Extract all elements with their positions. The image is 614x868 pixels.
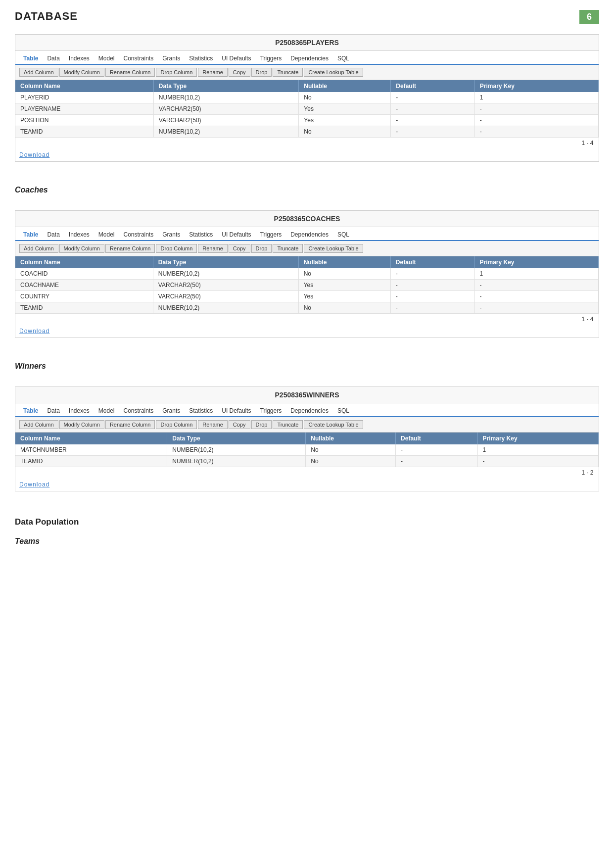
coaches-download-link[interactable]: Download <box>19 328 49 335</box>
table-row: COACHNAME VARCHAR2(50) Yes - - <box>15 280 599 291</box>
tab-constraints-players[interactable]: Constraints <box>120 53 158 65</box>
add-column-btn-players[interactable]: Add Column <box>19 68 58 77</box>
tab-data-winners[interactable]: Data <box>43 405 63 417</box>
create-lookup-btn-winners[interactable]: Create Lookup Table <box>304 420 363 429</box>
rename-btn-coaches[interactable]: Rename <box>198 244 228 253</box>
col-header-pk-players: Primary Key <box>474 80 598 92</box>
tab-model-players[interactable]: Model <box>94 53 119 65</box>
drop-column-btn-winners[interactable]: Drop Column <box>156 420 197 429</box>
winners-table-title: P2508365WINNERS <box>15 387 599 403</box>
winners-pagination: 1 - 2 <box>15 467 599 479</box>
add-column-btn-winners[interactable]: Add Column <box>19 420 58 429</box>
tab-grants-players[interactable]: Grants <box>158 53 184 65</box>
cell-name: MATCHNUMBER <box>15 444 167 456</box>
drop-btn-players[interactable]: Drop <box>251 68 272 77</box>
col-header-default-coaches: Default <box>390 256 474 268</box>
players-action-bar: Add Column Modify Column Rename Column D… <box>15 65 599 80</box>
drop-column-btn-players[interactable]: Drop Column <box>156 68 197 77</box>
drop-column-btn-coaches[interactable]: Drop Column <box>156 244 197 253</box>
tab-table-players[interactable]: Table <box>19 53 42 65</box>
rename-column-btn-winners[interactable]: Rename Column <box>105 420 155 429</box>
cell-nullable: Yes <box>299 115 391 126</box>
players-tab-bar: Table Data Indexes Model Constraints Gra… <box>15 51 599 65</box>
tab-constraints-winners[interactable]: Constraints <box>120 405 158 417</box>
modify-column-btn-players[interactable]: Modify Column <box>59 68 104 77</box>
tab-dependencies-players[interactable]: Dependencies <box>286 53 332 65</box>
cell-type: NUMBER(10,2) <box>153 302 298 314</box>
coaches-section: Coaches P2508365COACHES Table Data Index… <box>15 186 599 338</box>
drop-btn-coaches[interactable]: Drop <box>251 244 272 253</box>
tab-indexes-winners[interactable]: Indexes <box>65 405 94 417</box>
tab-sql-players[interactable]: SQL <box>333 53 353 65</box>
cell-pk: - <box>474 291 599 302</box>
rename-column-btn-coaches[interactable]: Rename Column <box>105 244 155 253</box>
create-lookup-btn-coaches[interactable]: Create Lookup Table <box>304 244 363 253</box>
tab-uidefaults-players[interactable]: UI Defaults <box>218 53 255 65</box>
tab-sql-winners[interactable]: SQL <box>333 405 353 417</box>
tab-table-coaches[interactable]: Table <box>19 229 42 241</box>
cell-type: VARCHAR2(50) <box>153 115 299 126</box>
cell-pk: - <box>474 302 599 314</box>
page-header: DATABASE 6 <box>15 10 599 24</box>
cell-name: PLAYERID <box>15 92 153 103</box>
tab-dependencies-winners[interactable]: Dependencies <box>286 405 332 417</box>
tab-data-coaches[interactable]: Data <box>43 229 63 241</box>
col-header-name-winners: Column Name <box>15 433 167 444</box>
tab-table-winners[interactable]: Table <box>19 405 42 417</box>
winners-action-bar: Add Column Modify Column Rename Column D… <box>15 417 599 433</box>
copy-btn-coaches[interactable]: Copy <box>229 244 250 253</box>
table-row: COUNTRY VARCHAR2(50) Yes - - <box>15 291 599 302</box>
cell-pk: - <box>474 115 598 126</box>
cell-pk: - <box>474 126 598 138</box>
create-lookup-btn-players[interactable]: Create Lookup Table <box>304 68 363 77</box>
tab-uidefaults-coaches[interactable]: UI Defaults <box>218 229 255 241</box>
cell-default: - <box>390 268 474 280</box>
tab-indexes-coaches[interactable]: Indexes <box>65 229 94 241</box>
tab-model-coaches[interactable]: Model <box>94 229 119 241</box>
col-header-name-players: Column Name <box>15 80 153 92</box>
tab-uidefaults-winners[interactable]: UI Defaults <box>218 405 255 417</box>
rename-btn-winners[interactable]: Rename <box>198 420 228 429</box>
col-header-type-coaches: Data Type <box>153 256 298 268</box>
coaches-data-table: Column Name Data Type Nullable Default P… <box>15 256 599 325</box>
col-header-default-players: Default <box>391 80 474 92</box>
cell-nullable: No <box>306 456 396 467</box>
tab-constraints-coaches[interactable]: Constraints <box>120 229 158 241</box>
page-number: 6 <box>579 10 599 24</box>
table-row: COACHID NUMBER(10,2) No - 1 <box>15 268 599 280</box>
truncate-btn-coaches[interactable]: Truncate <box>273 244 303 253</box>
players-download-link[interactable]: Download <box>19 151 49 158</box>
players-pagination-row: 1 - 4 <box>15 138 599 149</box>
winners-download-link[interactable]: Download <box>19 481 49 488</box>
winners-table-header: Column Name Data Type Nullable Default P… <box>15 433 599 444</box>
modify-column-btn-coaches[interactable]: Modify Column <box>59 244 104 253</box>
tab-statistics-coaches[interactable]: Statistics <box>185 229 217 241</box>
tab-triggers-players[interactable]: Triggers <box>256 53 286 65</box>
modify-column-btn-winners[interactable]: Modify Column <box>59 420 104 429</box>
cell-default: - <box>390 291 474 302</box>
drop-btn-winners[interactable]: Drop <box>251 420 272 429</box>
tab-triggers-coaches[interactable]: Triggers <box>256 229 286 241</box>
col-header-pk-coaches: Primary Key <box>474 256 599 268</box>
tab-triggers-winners[interactable]: Triggers <box>256 405 286 417</box>
coaches-table-header: Column Name Data Type Nullable Default P… <box>15 256 599 268</box>
tab-data-players[interactable]: Data <box>43 53 63 65</box>
truncate-btn-players[interactable]: Truncate <box>273 68 303 77</box>
add-column-btn-coaches[interactable]: Add Column <box>19 244 58 253</box>
cell-name: COACHNAME <box>15 280 153 291</box>
tab-statistics-players[interactable]: Statistics <box>185 53 217 65</box>
truncate-btn-winners[interactable]: Truncate <box>273 420 303 429</box>
tab-grants-coaches[interactable]: Grants <box>158 229 184 241</box>
coaches-panel: P2508365COACHES Table Data Indexes Model… <box>15 210 599 338</box>
copy-btn-winners[interactable]: Copy <box>229 420 250 429</box>
tab-indexes-players[interactable]: Indexes <box>65 53 94 65</box>
cell-default: - <box>390 302 474 314</box>
tab-sql-coaches[interactable]: SQL <box>333 229 353 241</box>
copy-btn-players[interactable]: Copy <box>229 68 250 77</box>
tab-dependencies-coaches[interactable]: Dependencies <box>286 229 332 241</box>
tab-grants-winners[interactable]: Grants <box>158 405 184 417</box>
rename-column-btn-players[interactable]: Rename Column <box>105 68 155 77</box>
tab-statistics-winners[interactable]: Statistics <box>185 405 217 417</box>
tab-model-winners[interactable]: Model <box>94 405 119 417</box>
rename-btn-players[interactable]: Rename <box>198 68 228 77</box>
